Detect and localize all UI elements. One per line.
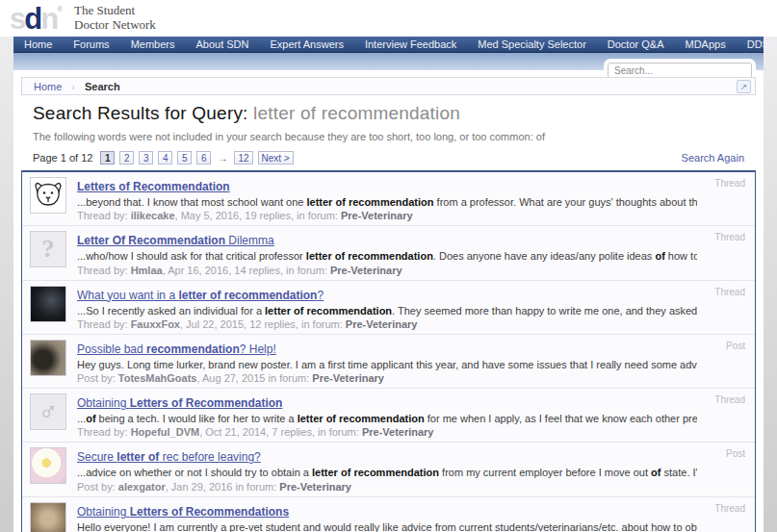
result-author-link[interactable]: Hopeful_DVM <box>131 426 200 438</box>
page-button-12[interactable]: 12 <box>234 151 252 165</box>
result-type-badge: Thread <box>714 232 745 242</box>
result-meta: Thread by: Hmlaa, Apr 16, 2016, 14 repli… <box>77 265 697 276</box>
nav-item-forums[interactable]: Forums <box>63 38 119 50</box>
result-forum-link[interactable]: Pre-Veterinary <box>341 210 413 221</box>
breadcrumb-bar: Home›Search ↗ <box>21 77 756 95</box>
result-body: Letters of Recommendation ...beyond that… <box>77 177 747 221</box>
nav-item-ddsapps[interactable]: DDSApps <box>737 38 777 50</box>
breadcrumb-home[interactable]: Home <box>30 81 65 92</box>
nav-item-mdapps[interactable]: MDApps <box>675 38 737 50</box>
tagline-line2: Doctor Network <box>74 18 156 33</box>
result-body: Obtaining Letters of Recommendations Hel… <box>77 502 747 532</box>
page-button-6[interactable]: 6 <box>196 151 211 165</box>
jump-to-icon[interactable]: ↗ <box>737 80 751 93</box>
result-type-badge: Thread <box>714 287 745 297</box>
page-button-5[interactable]: 5 <box>177 151 192 165</box>
result-meta: Post by: alexgator, Jan 29, 2016 in foru… <box>77 481 697 493</box>
page-button-2[interactable]: 2 <box>119 151 134 165</box>
result-forum-link[interactable]: Pre-Veterinary <box>312 372 384 384</box>
breadcrumb: Home›Search <box>30 81 124 92</box>
result-author-link[interactable]: ilikecake <box>131 210 175 221</box>
nav-item-med-specialty-selector[interactable]: Med Specialty Selector <box>467 38 597 50</box>
result-author-link[interactable]: Hmlaa <box>131 265 163 276</box>
result-title-link[interactable]: Possible bad recommendation? Help! <box>77 342 276 356</box>
site-header: sdn® The Student Doctor Network <box>0 0 777 37</box>
page-button-3[interactable]: 3 <box>139 151 153 165</box>
page-button-1[interactable]: 1 <box>100 151 115 165</box>
search-results-list: Letters of Recommendation ...beyond that… <box>21 170 756 532</box>
pagination-row: Page 1 of 12 123456→12Next > Search Agai… <box>33 151 744 165</box>
nav-item-expert-answers[interactable]: Expert Answers <box>260 38 354 50</box>
stopwords-note: The following words were not included in… <box>33 131 744 142</box>
search-result-row: ♂ Obtaining Letters of Recommendation ..… <box>22 389 755 443</box>
result-title-link[interactable]: Secure letter of rec before leaving? <box>77 450 261 464</box>
result-snippet: ...beyond that. I know that most school … <box>77 195 697 209</box>
result-title-link[interactable]: Obtaining Letters of Recommendation <box>77 396 282 410</box>
result-title: What you want in a letter of recommendat… <box>77 286 697 303</box>
primary-navbar: HomeForumsMembersAbout SDNExpert Answers… <box>13 37 764 53</box>
pagination: 123456→12Next > <box>100 151 298 165</box>
result-snippet: ...who/how I should ask for that critica… <box>77 249 697 263</box>
goat-photo-avatar[interactable] <box>30 340 66 376</box>
logo-letter-n: n <box>40 2 57 36</box>
nav-item-about-sdn[interactable]: About SDN <box>185 38 259 50</box>
result-title: Possible bad recommendation? Help! <box>77 340 697 357</box>
result-snippet: ...advice on whether or not I should try… <box>77 466 697 479</box>
breadcrumb-search[interactable]: Search <box>81 81 124 92</box>
logo-letter-s: s <box>10 2 24 36</box>
primary-nav-items: HomeForumsMembersAbout SDNExpert Answers… <box>13 38 777 50</box>
page-button-next[interactable]: Next > <box>258 151 294 165</box>
result-meta: Thread by: Hopeful_DVM, Oct 21, 2014, 7 … <box>77 426 697 438</box>
result-forum-link[interactable]: Pre-Veterinary <box>279 481 351 493</box>
fawn-photo-avatar[interactable] <box>30 502 66 532</box>
result-snippet: Hey guys. Long time lurker, brand new po… <box>77 358 697 371</box>
result-author-link[interactable]: TotesMahGoats <box>118 372 197 384</box>
registered-mark: ® <box>57 5 63 13</box>
result-title: Obtaining Letters of Recommendation <box>77 393 697 411</box>
page-title-prefix: Search Results for Query: <box>33 103 248 123</box>
bulldog-drawing-avatar[interactable] <box>30 177 66 214</box>
male-symbol-avatar[interactable]: ♂ <box>30 393 66 430</box>
result-meta: Thread by: ilikecake, May 5, 2016, 19 re… <box>77 210 697 221</box>
search-result-row: What you want in a letter of recommendat… <box>22 281 755 335</box>
page-indicator: Page 1 of 12 <box>33 152 92 164</box>
result-title: Letter Of Recommendation Dilemma <box>77 231 697 248</box>
result-body: Letter Of Recommendation Dilemma ...who/… <box>77 231 747 275</box>
logo-letter-d: d <box>24 2 40 36</box>
site-tagline: The Student Doctor Network <box>74 4 156 33</box>
page-head: Search Results for Query: letter of reco… <box>21 95 756 165</box>
search-again-link[interactable]: Search Again <box>682 152 744 164</box>
result-author-link[interactable]: FauxxFox <box>131 318 180 330</box>
search-result-row: Possible bad recommendation? Help! Hey g… <box>22 335 755 389</box>
result-type-badge: Thread <box>714 503 745 514</box>
result-forum-link[interactable]: Pre-Veterinary <box>330 265 402 276</box>
result-body: Possible bad recommendation? Help! Hey g… <box>77 340 747 384</box>
sdn-logo[interactable]: sdn® <box>10 4 63 34</box>
result-forum-link[interactable]: Pre-Veterinary <box>362 426 434 438</box>
search-result-row: Obtaining Letters of Recommendations Hel… <box>22 497 755 532</box>
search-result-row: Letters of Recommendation ...beyond that… <box>22 172 755 226</box>
result-snippet: ...So I recently asked an individual for… <box>77 304 697 317</box>
nav-item-members[interactable]: Members <box>120 38 186 50</box>
result-title-link[interactable]: What you want in a letter of recommendat… <box>77 289 324 302</box>
black-cat-photo-avatar[interactable] <box>30 286 66 322</box>
result-title: Obtaining Letters of Recommendations <box>77 502 697 519</box>
result-title-link[interactable]: Letters of Recommendation <box>77 180 230 193</box>
result-body: Secure letter of rec before leaving? ...… <box>77 447 747 492</box>
flower-photo-avatar[interactable] <box>30 447 66 484</box>
result-title-link[interactable]: Obtaining Letters of Recommendations <box>77 505 289 519</box>
result-type-badge: Post <box>726 448 745 459</box>
nav-item-doctor-q-a[interactable]: Doctor Q&A <box>597 38 675 50</box>
result-title: Letters of Recommendation <box>77 177 697 194</box>
nav-item-interview-feedback[interactable]: Interview Feedback <box>354 38 467 50</box>
result-author-link[interactable]: alexgator <box>118 481 166 493</box>
question-mark-avatar[interactable]: ? <box>30 231 66 267</box>
nav-item-home[interactable]: Home <box>13 38 63 50</box>
search-query-text: letter of recommendation <box>253 103 460 123</box>
result-snippet: Hello everyone! I am currently a pre-vet… <box>77 520 697 532</box>
search-result-row: Secure letter of rec before leaving? ...… <box>22 443 755 496</box>
result-title-link[interactable]: Letter Of Recommendation Dilemma <box>77 234 274 247</box>
result-forum-link[interactable]: Pre-Veterinary <box>346 318 418 330</box>
page-button-4[interactable]: 4 <box>158 151 172 165</box>
result-body: Obtaining Letters of Recommendation ...o… <box>77 393 747 438</box>
